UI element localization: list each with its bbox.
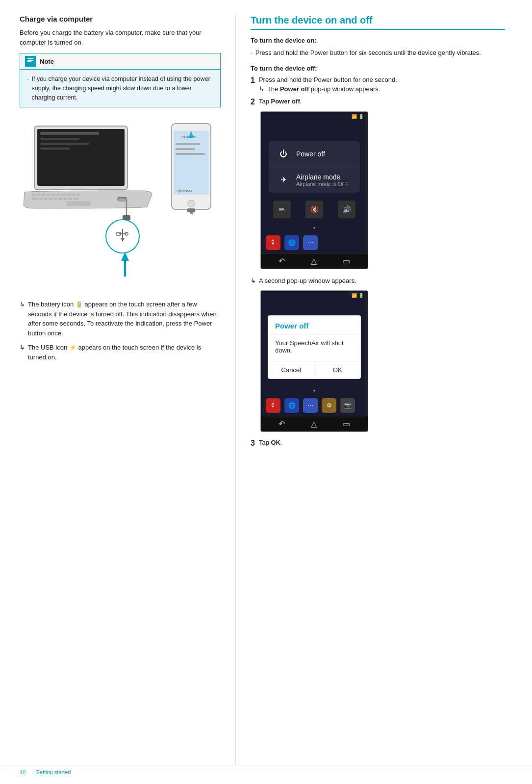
svg-rect-48 (187, 208, 195, 212)
phone-screen-1: 📶 🔋 ⏻ Power off ✈ Airplane mode Airplane… (261, 112, 368, 269)
left-usb-arrow (120, 252, 130, 278)
svg-rect-12 (47, 194, 51, 196)
step-1-row: 1 Press and hold the Power button for on… (251, 76, 505, 93)
svg-rect-18 (76, 194, 80, 196)
note-box: Note · If you charge your device via com… (20, 53, 221, 107)
step-3-text: Tap OK. (259, 439, 282, 446)
svg-rect-14 (56, 194, 60, 196)
svg-rect-11 (42, 194, 46, 196)
quick-icon-mute: 🔇 (305, 201, 323, 218)
svg-marker-51 (121, 252, 129, 261)
dialog-body: Your SpeechAir will shut down. (268, 334, 360, 361)
note-icon (25, 56, 36, 67)
svg-marker-39 (121, 238, 125, 241)
result-text-2: The USB icon ⚡ appears on the touch scre… (28, 343, 221, 362)
popup-item-airplane[interactable]: ✈ Airplane mode Airplane mode is OFF (269, 167, 360, 193)
svg-point-47 (188, 200, 195, 207)
recents-icon-2[interactable]: ▭ (343, 419, 350, 429)
home-icon-1[interactable]: △ (311, 256, 317, 266)
arrow-up-svg (120, 252, 130, 277)
svg-rect-8 (40, 148, 70, 150)
step-1-text: Press and hold the Power button for one … (259, 76, 505, 83)
svg-text:SpeechAir: SpeechAir (177, 189, 193, 193)
step-3-number: 3 (251, 439, 255, 448)
status-icons-2: 📶 🔋 (352, 293, 364, 298)
quick-icon-volume: 🔊 (338, 201, 355, 218)
note-text: If you charge your device via computer i… (31, 75, 213, 102)
step-on-text: Press and hold the Power button for six … (255, 48, 481, 58)
step-1-content: Press and hold the Power button for one … (259, 76, 505, 93)
svg-rect-5 (40, 132, 99, 135)
svg-rect-10 (37, 194, 41, 196)
recents-icon-1[interactable]: ▭ (343, 256, 350, 266)
step-2-bold: Power off (271, 98, 300, 105)
step-on-bullet: · Press and hold the Power button for si… (251, 48, 505, 58)
dot-icon-1: ● (313, 226, 316, 230)
app-icon-mic-2: 🎙 (266, 398, 280, 413)
svg-rect-28 (66, 201, 91, 206)
svg-rect-13 (51, 194, 55, 196)
arrow-icon-1: ↳ (20, 300, 25, 309)
popup-item-power[interactable]: ⏻ Power off (269, 141, 360, 167)
step-1-arrow: ↳ (259, 85, 264, 93)
step-2-number: 2 (251, 98, 255, 106)
svg-text:USB: USB (119, 198, 126, 202)
illustration-area: USB (20, 116, 221, 293)
dialog-ok-btn[interactable]: OK (315, 361, 361, 379)
footer-section: Getting started (35, 769, 71, 775)
svg-rect-27 (73, 198, 79, 200)
airplane-icon: ✈ (277, 173, 290, 187)
dot-indicator-1: ● (261, 221, 368, 232)
svg-rect-23 (53, 198, 57, 200)
note-bullet-dot: · (27, 75, 28, 84)
svg-rect-49 (190, 212, 193, 214)
svg-rect-24 (58, 198, 62, 200)
svg-rect-19 (32, 198, 38, 200)
back-icon-1[interactable]: ↶ (279, 256, 285, 266)
popup-menu-1: ⏻ Power off ✈ Airplane mode Airplane mod… (269, 141, 360, 193)
status-bar-2: 📶 🔋 (261, 291, 368, 301)
app-icon-camera-2: 📷 (340, 398, 355, 413)
step-1-sub: ↳ The Power off pop-up window appears. (259, 85, 505, 93)
app-icon-grid: ⋯ (303, 235, 318, 250)
arrow-icon-2: ↳ (20, 343, 25, 353)
poweroff-dialog: Power off Your SpeechAir will shut down.… (268, 315, 361, 379)
svg-rect-2 (27, 61, 31, 62)
svg-rect-1 (27, 60, 33, 61)
bottom-nav-1: ↶ △ ▭ (261, 253, 368, 269)
svg-rect-20 (39, 198, 43, 200)
power-icon: ⏻ (277, 147, 290, 161)
step-3-row: 3 Tap OK. (251, 439, 505, 448)
phone-screenshot-1: 📶 🔋 ⏻ Power off ✈ Airplane mode Airplane… (260, 111, 368, 269)
dot-icon-2: ● (313, 388, 316, 393)
between-arrow: ↳ (251, 276, 256, 286)
left-section-title: Charge via computer (20, 15, 221, 23)
right-section-title: Turn the device on and off (251, 15, 505, 30)
home-icon-2[interactable]: △ (311, 419, 317, 429)
app-icon-mic: 🎙 (266, 235, 280, 250)
step-2-row: 2 Tap Power off. (251, 98, 505, 106)
step-2-content: Tap Power off. (259, 98, 505, 105)
svg-rect-22 (49, 198, 52, 200)
svg-rect-21 (44, 198, 48, 200)
svg-rect-6 (40, 138, 79, 140)
svg-rect-41 (174, 131, 209, 195)
right-column: Turn the device on and off To turn the d… (235, 15, 520, 769)
back-icon-2[interactable]: ↶ (279, 419, 285, 429)
svg-rect-26 (68, 198, 72, 200)
bottom-nav-2: ↶ △ ▭ (261, 416, 368, 431)
quick-icon-pencil: ✏ (273, 201, 291, 218)
dialog-title: Power off (268, 316, 360, 334)
footer-page-num: 10 (20, 769, 25, 775)
note-content: · If you charge your device via computer… (20, 70, 220, 107)
popup-airplane-content: Airplane mode Airplane mode is OFF (296, 173, 349, 187)
step-1-bold: Power off (280, 85, 309, 93)
step-3-bold: OK (271, 439, 280, 446)
dialog-cancel-btn[interactable]: Cancel (268, 361, 315, 379)
quick-icons-row-1: ✏ 🔇 🔊 (261, 198, 368, 221)
svg-rect-44 (176, 148, 195, 150)
result-text-1: The battery icon 🔋 appears on the touch … (28, 300, 221, 338)
status-bar-1: 📶 🔋 (261, 112, 368, 122)
dot-indicator-2: ● (261, 384, 368, 395)
phone-screen-2: 📶 🔋 Power off Your SpeechAir will shut d… (261, 291, 368, 431)
